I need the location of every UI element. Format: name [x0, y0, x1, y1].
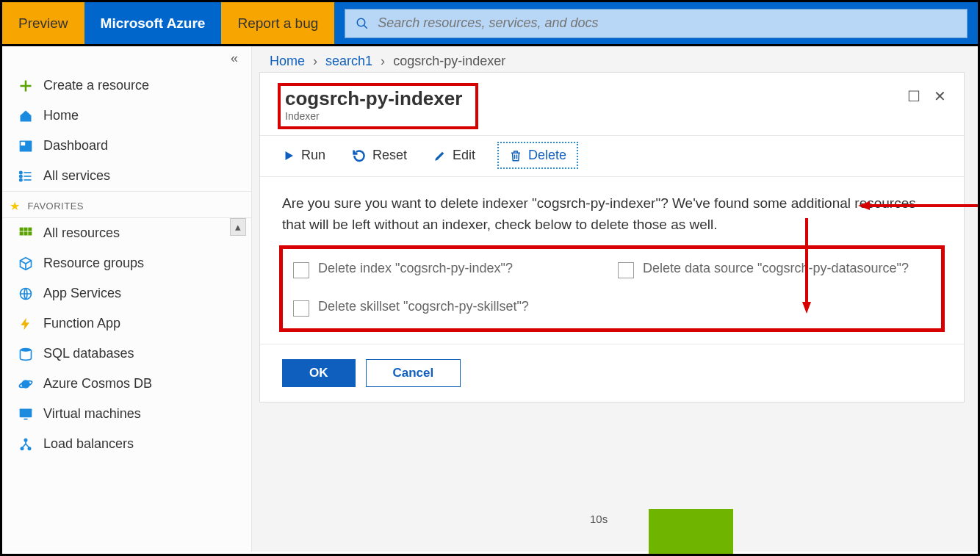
close-icon[interactable]: ✕ — [934, 87, 946, 105]
sidebar-item-label: App Services — [43, 286, 121, 301]
sidebar-item-all-services[interactable]: All services — [2, 161, 251, 191]
cancel-button[interactable]: Cancel — [366, 359, 461, 387]
svg-line-1 — [364, 25, 368, 29]
sidebar-item-label: Load balancers — [43, 436, 134, 452]
option-delete-datasource[interactable]: Delete data source "cogsrch-py-datasourc… — [618, 261, 931, 278]
dashboard-icon — [18, 139, 33, 154]
report-bug-button[interactable]: Report a bug — [221, 2, 334, 44]
list-icon — [18, 169, 33, 184]
svg-point-25 — [21, 447, 23, 450]
sidebar-item-resource-groups[interactable]: Resource groups — [2, 248, 251, 278]
sidebar-item-cosmos-db[interactable]: Azure Cosmos DB — [2, 369, 251, 399]
sidebar-item-label: Create a resource — [43, 78, 149, 93]
option-label: Delete index "cogsrch-py-index"? — [318, 261, 513, 276]
toolbar: Run Reset Edit Delete — [260, 135, 964, 177]
sidebar-item-app-services[interactable]: App Services — [2, 278, 251, 308]
option-label: Delete skillset "cogsrch-py-skillset"? — [318, 299, 529, 314]
maximize-icon[interactable]: ☐ — [907, 87, 920, 105]
brand-label[interactable]: Microsoft Azure — [84, 2, 222, 44]
sidebar-item-label: SQL databases — [43, 346, 134, 361]
grid-icon — [18, 226, 33, 241]
edit-button[interactable]: Edit — [429, 145, 480, 166]
lightning-icon — [18, 317, 33, 331]
confirm-message: Are you sure you want to delete indexer … — [260, 177, 964, 238]
sidebar: « Create a resource Home Dashboard All s… — [2, 46, 252, 552]
delete-options: Delete index "cogsrch-py-index"? Delete … — [279, 245, 945, 332]
svg-point-6 — [20, 171, 22, 173]
balance-icon — [18, 437, 33, 452]
sidebar-item-label: All services — [43, 168, 110, 184]
star-icon: ★ — [10, 199, 21, 213]
play-icon — [282, 149, 295, 162]
sidebar-item-function-app[interactable]: Function App — [2, 308, 251, 339]
svg-rect-12 — [20, 227, 24, 231]
sidebar-item-label: Dashboard — [43, 138, 108, 154]
breadcrumb-search[interactable]: search1 — [325, 54, 372, 68]
search-input[interactable] — [378, 15, 956, 31]
chart-bar-icon — [649, 509, 733, 556]
sidebar-item-label: Virtual machines — [43, 406, 141, 422]
breadcrumb-current: cogsrch-py-indexer — [393, 54, 505, 68]
cube-icon — [18, 256, 33, 271]
planet-icon — [18, 377, 33, 391]
panel: cogsrch-py-indexer Indexer ☐ ✕ Run Reset — [259, 72, 965, 402]
sidebar-item-label: Function App — [43, 316, 120, 331]
sidebar-item-load-balancers[interactable]: Load balancers — [2, 429, 251, 459]
panel-title: cogsrch-py-indexer — [285, 87, 462, 110]
search-wrap — [334, 2, 978, 44]
database-icon — [18, 347, 33, 361]
sidebar-item-all-resources[interactable]: All resources — [2, 218, 251, 248]
svg-rect-14 — [28, 227, 32, 231]
option-delete-skillset[interactable]: Delete skillset "cogsrch-py-skillset"? — [293, 299, 606, 317]
sidebar-item-label: All resources — [43, 225, 120, 241]
chart-y-ticks: 10s 0s — [590, 513, 608, 556]
panel-title-box: cogsrch-py-indexer Indexer — [278, 83, 478, 129]
preview-badge: Preview — [2, 2, 84, 44]
reset-icon — [352, 148, 367, 163]
breadcrumb: Home › search1 › cogsrch-py-indexer — [252, 46, 978, 72]
svg-rect-16 — [24, 231, 28, 235]
sidebar-item-label: Resource groups — [43, 256, 144, 271]
sidebar-item-dashboard[interactable]: Dashboard — [2, 131, 251, 161]
sidebar-item-create-resource[interactable]: Create a resource — [2, 71, 251, 101]
panel-subtitle: Indexer — [285, 110, 462, 122]
svg-rect-13 — [24, 227, 28, 231]
checkbox[interactable] — [293, 300, 309, 317]
breadcrumb-separator: › — [381, 54, 385, 68]
sidebar-item-sql-databases[interactable]: SQL databases — [2, 339, 251, 369]
svg-point-19 — [21, 347, 32, 351]
reset-button[interactable]: Reset — [347, 145, 411, 166]
option-label: Delete data source "cogsrch-py-datasourc… — [643, 261, 909, 276]
svg-point-8 — [20, 178, 22, 181]
sidebar-item-virtual-machines[interactable]: Virtual machines — [2, 399, 251, 429]
checkbox[interactable] — [618, 262, 634, 278]
svg-point-26 — [28, 447, 30, 450]
main-content: Home › search1 › cogsrch-py-indexer cogs… — [252, 46, 978, 552]
plus-icon — [18, 79, 33, 93]
svg-rect-17 — [28, 231, 32, 235]
run-button[interactable]: Run — [278, 145, 330, 166]
topbar: Preview Microsoft Azure Report a bug — [2, 2, 978, 46]
sidebar-item-home[interactable]: Home — [2, 101, 251, 131]
favorites-label: FAVORITES — [28, 201, 84, 212]
svg-point-7 — [20, 175, 22, 177]
ok-button[interactable]: OK — [282, 359, 356, 387]
svg-rect-5 — [21, 142, 25, 145]
collapse-sidebar-button[interactable]: « — [2, 46, 251, 71]
breadcrumb-home[interactable]: Home — [270, 54, 305, 68]
favorites-header: ★ FAVORITES — [2, 191, 251, 218]
option-delete-index[interactable]: Delete index "cogsrch-py-index"? — [293, 261, 606, 278]
svg-rect-22 — [20, 408, 32, 417]
svg-point-0 — [358, 18, 366, 26]
globe-icon — [18, 286, 33, 301]
svg-point-24 — [24, 438, 26, 441]
delete-button[interactable]: Delete — [497, 142, 578, 169]
monitor-icon — [18, 407, 33, 422]
sidebar-item-label: Home — [43, 108, 79, 123]
checkbox[interactable] — [293, 262, 309, 278]
pencil-icon — [433, 149, 447, 162]
sidebar-item-label: Azure Cosmos DB — [43, 376, 152, 391]
svg-rect-23 — [24, 418, 28, 419]
scroll-up-button[interactable]: ▴ — [230, 218, 246, 236]
global-search[interactable] — [345, 9, 968, 38]
